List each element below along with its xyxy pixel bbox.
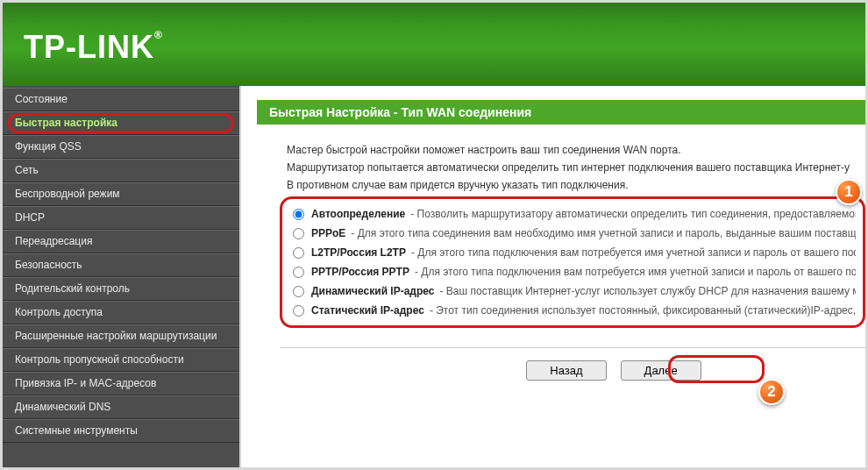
sidebar-item-network[interactable]: Сеть (3, 159, 239, 182)
option-autodetect[interactable]: Автоопределение - Позволить маршрутизато… (289, 204, 856, 224)
radio-autodetect[interactable] (293, 209, 304, 220)
annotation-badge-1: 1 (836, 179, 862, 205)
option-pptp[interactable]: PPTP/Россия PPTP - Для этого типа подклю… (289, 262, 856, 281)
sidebar-item-wireless[interactable]: Беспроводной режим (3, 182, 239, 206)
sidebar: Состояние Быстрая настройка Функция QSS … (3, 86, 241, 467)
option-l2tp[interactable]: L2TP/Россия L2TP - Для этого типа подклю… (289, 243, 856, 262)
sidebar-item-bandwidth[interactable]: Контроль пропускной способности (3, 348, 239, 372)
sidebar-item-security[interactable]: Безопасность (3, 253, 239, 277)
wan-type-options: Автоопределение - Позволить маршрутизато… (280, 196, 865, 328)
option-dynamic-ip[interactable]: Динамический IP-адрес - Ваш поставщик Ин… (289, 281, 856, 301)
option-label: Динамический IP-адрес (311, 285, 435, 297)
option-label: PPTP/Россия PPTP (311, 266, 409, 278)
intro-text-3: В противном случае вам придется вручную … (287, 179, 865, 191)
option-desc: - Для этого типа подключения вам потребу… (415, 266, 856, 278)
sidebar-item-forwarding[interactable]: Переадресация (3, 230, 239, 253)
intro-text-2: Маршрутизатор попытается автоматически о… (287, 161, 865, 174)
radio-dynamic-ip[interactable] (293, 286, 304, 297)
page-title: Быстрая Настройка - Тип WAN соединения (257, 100, 865, 125)
sidebar-item-system-tools[interactable]: Системные инструменты (3, 419, 239, 443)
sidebar-item-qss[interactable]: Функция QSS (3, 135, 239, 159)
sidebar-item-status[interactable]: Состояние (3, 88, 239, 111)
app-frame: TP-LINK® Состояние Быстрая настройка Фун… (0, 0, 868, 470)
sidebar-item-dhcp[interactable]: DHCP (3, 206, 239, 230)
option-label: L2TP/Россия L2TP (311, 246, 406, 259)
intro-text-1: Мастер быстрой настройки поможет настрои… (287, 144, 865, 156)
separator (280, 347, 865, 348)
sidebar-item-ip-mac[interactable]: Привязка IP- и MAC-адресов (3, 372, 239, 395)
option-desc: - Для этого типа подключения вам потребу… (411, 246, 856, 259)
next-button[interactable]: Далее (621, 360, 701, 381)
sidebar-item-access-control[interactable]: Контроль доступа (3, 301, 239, 324)
trademark: ® (154, 29, 163, 41)
option-desc: - Для этого типа соединения вам необходи… (351, 227, 856, 239)
option-pppoe[interactable]: PPPoE - Для этого типа соединения вам не… (289, 224, 856, 243)
header: TP-LINK® (3, 3, 865, 86)
radio-pptp[interactable] (293, 267, 304, 278)
radio-pppoe[interactable] (293, 228, 304, 239)
option-desc: - Этот тип соединения использует постоян… (430, 304, 856, 317)
option-desc: - Ваш поставщик Интернет-услуг используе… (440, 285, 857, 297)
radio-l2tp[interactable] (293, 247, 304, 259)
button-row: Назад Далее (362, 360, 865, 381)
option-static-ip[interactable]: Статический IP-адрес - Этот тип соединен… (289, 301, 856, 320)
sidebar-item-quick-setup[interactable]: Быстрая настройка (3, 111, 239, 135)
sidebar-item-label: Быстрая настройка (15, 117, 117, 129)
option-label: PPPoE (311, 227, 345, 239)
brand-text: TP-LINK (24, 29, 154, 65)
radio-static-ip[interactable] (293, 305, 304, 317)
option-desc: - Позволить маршрутизатору автоматически… (410, 208, 856, 220)
option-label: Автоопределение (311, 208, 405, 220)
brand-logo: TP-LINK® (24, 29, 844, 66)
back-button[interactable]: Назад (526, 360, 606, 381)
content: Быстрая Настройка - Тип WAN соединения М… (241, 86, 865, 467)
layout: Состояние Быстрая настройка Функция QSS … (3, 86, 865, 467)
sidebar-item-routing[interactable]: Расширенные настройки маршрутизации (3, 324, 239, 348)
sidebar-item-parental[interactable]: Родительский контроль (3, 277, 239, 301)
sidebar-item-ddns[interactable]: Динамический DNS (3, 395, 239, 419)
option-label: Статический IP-адрес (311, 304, 424, 317)
annotation-badge-2: 2 (758, 379, 785, 405)
